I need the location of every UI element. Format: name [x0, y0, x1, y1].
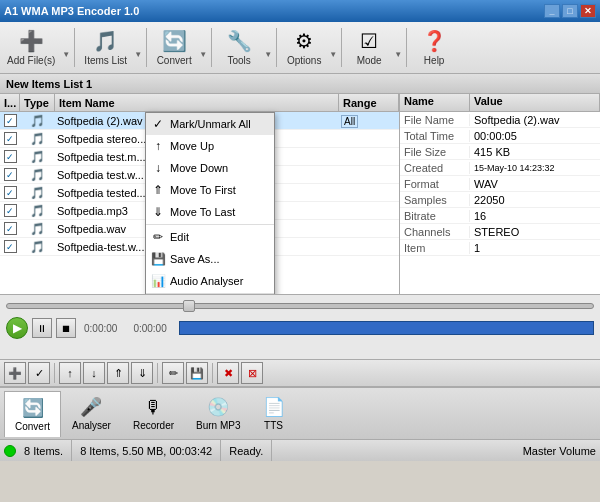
options-label: Options: [287, 55, 321, 66]
move-last-button[interactable]: ⇓: [131, 362, 153, 384]
bottom-toolbar: ➕ ✓ ↑ ↓ ⇑ ⇓ ✏ 💾 ✖ ⊠: [0, 359, 600, 387]
options-arrow[interactable]: ▼: [329, 24, 339, 71]
bt-divider-3: [212, 363, 213, 383]
recorder-tab-icon: 🎙: [144, 397, 162, 418]
divider-5: [341, 28, 342, 67]
ctx-edit[interactable]: ✏ Edit: [146, 226, 274, 248]
prop-created: Created 15-May-10 14:23:32: [400, 160, 600, 176]
ctx-move-first[interactable]: ⇑ Move To First: [146, 179, 274, 201]
row-checkbox[interactable]: ✓: [4, 186, 17, 199]
analyser-icon: 📊: [150, 274, 166, 288]
props-value-header: Value: [470, 94, 600, 111]
row-checkbox[interactable]: ✓: [4, 204, 17, 217]
row-checkbox[interactable]: ✓: [4, 168, 17, 181]
maximize-button[interactable]: □: [562, 4, 578, 18]
add-files-arrow[interactable]: ▼: [62, 24, 72, 71]
move-down-button[interactable]: ↓: [83, 362, 105, 384]
tab-burn-mp3[interactable]: 💿 Burn MP3: [185, 391, 251, 437]
pause-button[interactable]: ⏸: [32, 318, 52, 338]
ctx-move-up-label: Move Up: [170, 140, 214, 152]
ctx-move-down-label: Move Down: [170, 162, 228, 174]
content-area: I... Type Item Name Range ✓ 🎵 Softpedia …: [0, 94, 600, 294]
file-type-icon: 🎵: [30, 186, 45, 200]
prop-filename: File Name Softpedia (2).wav: [400, 112, 600, 128]
mode-button[interactable]: ☑ Mode: [344, 24, 394, 71]
minimize-button[interactable]: _: [544, 4, 560, 18]
edit-button[interactable]: ✏: [162, 362, 184, 384]
tab-analyser[interactable]: 🎤 Analyser: [61, 391, 122, 437]
help-button[interactable]: ❓ Help: [409, 24, 459, 71]
row-checkbox[interactable]: ✓: [4, 240, 17, 253]
playback-controls: ▶ ⏸ ⏹ 0:00:00 0:00:00: [6, 317, 594, 339]
prop-bitrate: Bitrate 16: [400, 208, 600, 224]
tools-button[interactable]: 🔧 Tools: [214, 24, 264, 71]
add-item-button[interactable]: ➕: [4, 362, 26, 384]
options-button[interactable]: ⚙ Options: [279, 24, 329, 71]
save-button[interactable]: 💾: [186, 362, 208, 384]
move-first-button[interactable]: ⇑: [107, 362, 129, 384]
remove-button[interactable]: ✖: [217, 362, 239, 384]
master-volume: Master Volume: [523, 445, 596, 457]
check-button[interactable]: ✓: [28, 362, 50, 384]
file-type-icon: 🎵: [30, 168, 45, 182]
divider-6: [406, 28, 407, 67]
ctx-move-down[interactable]: ↓ Move Down: [146, 157, 274, 179]
arrow-down-icon: ↓: [150, 161, 166, 175]
ctx-mark-unmark[interactable]: ✓ Mark/Unmark All: [146, 113, 274, 135]
arrow-up-icon: ↑: [150, 139, 166, 153]
ctx-move-last[interactable]: ⇓ Move To Last: [146, 201, 274, 223]
stop-button[interactable]: ⏹: [56, 318, 76, 338]
play-button[interactable]: ▶: [6, 317, 28, 339]
tts-tab-icon: 📄: [263, 396, 285, 418]
time-total: 0:00:00: [133, 323, 166, 334]
close-button[interactable]: ✕: [580, 4, 596, 18]
app-title: A1 WMA MP3 Encoder 1.0: [4, 5, 139, 17]
convert-arrow[interactable]: ▼: [199, 24, 209, 71]
bt-divider-1: [54, 363, 55, 383]
items-list-button[interactable]: 🎵 Items List: [77, 24, 134, 71]
row-checkbox[interactable]: ✓: [4, 222, 17, 235]
status-ready: Ready.: [229, 440, 272, 461]
file-list: I... Type Item Name Range ✓ 🎵 Softpedia …: [0, 94, 400, 294]
prop-totaltime: Total Time 00:00:05: [400, 128, 600, 144]
prop-channels: Channels STEREO: [400, 224, 600, 240]
ctx-save-as[interactable]: 💾 Save As...: [146, 248, 274, 270]
file-type-icon: 🎵: [30, 150, 45, 164]
file-type-icon: 🎵: [30, 114, 45, 128]
ctx-audio-analyser[interactable]: 📊 Audio Analyser: [146, 270, 274, 292]
convert-label: Convert: [157, 55, 192, 66]
convert-button[interactable]: 🔄 Convert: [149, 24, 199, 71]
analyser-tab-label: Analyser: [72, 420, 111, 431]
window-controls[interactable]: _ □ ✕: [544, 4, 596, 18]
add-files-button[interactable]: ➕ Add File(s): [0, 24, 62, 71]
row-checkbox[interactable]: ✓: [4, 114, 17, 127]
bt-divider-2: [157, 363, 158, 383]
add-files-label: Add File(s): [7, 55, 55, 66]
volume-bar[interactable]: [179, 321, 594, 335]
list-header-title: New Items List 1: [6, 78, 92, 90]
position-slider[interactable]: [6, 303, 594, 309]
tools-arrow[interactable]: ▼: [264, 24, 274, 71]
items-list-arrow[interactable]: ▼: [134, 24, 144, 71]
audio-area: ▶ ⏸ ⏹ 0:00:00 0:00:00: [0, 294, 600, 359]
list-header: New Items List 1: [0, 74, 600, 94]
tab-recorder[interactable]: 🎙 Recorder: [122, 391, 185, 437]
col-type-header: Type: [20, 94, 55, 111]
status-items-count: 8 Items.: [24, 440, 72, 461]
row-checkbox[interactable]: ✓: [4, 150, 17, 163]
tab-convert[interactable]: 🔄 Convert: [4, 391, 61, 437]
arrow-first-icon: ⇑: [150, 183, 166, 197]
recorder-tab-label: Recorder: [133, 420, 174, 431]
slider-thumb[interactable]: [183, 300, 195, 312]
edit-icon: ✏: [150, 230, 166, 244]
status-bar: 8 Items. 8 Items, 5.50 MB, 00:03:42 Read…: [0, 439, 600, 461]
mode-arrow[interactable]: ▼: [394, 24, 404, 71]
bottom-tabs: 🔄 Convert 🎤 Analyser 🎙 Recorder 💿 Burn M…: [0, 387, 600, 439]
tab-tts[interactable]: 📄 TTS: [252, 391, 296, 437]
row-checkbox[interactable]: ✓: [4, 132, 17, 145]
remove-all-button[interactable]: ⊠: [241, 362, 263, 384]
move-up-button[interactable]: ↑: [59, 362, 81, 384]
status-indicator: [4, 445, 16, 457]
ctx-move-up[interactable]: ↑ Move Up: [146, 135, 274, 157]
burn-tab-label: Burn MP3: [196, 420, 240, 431]
